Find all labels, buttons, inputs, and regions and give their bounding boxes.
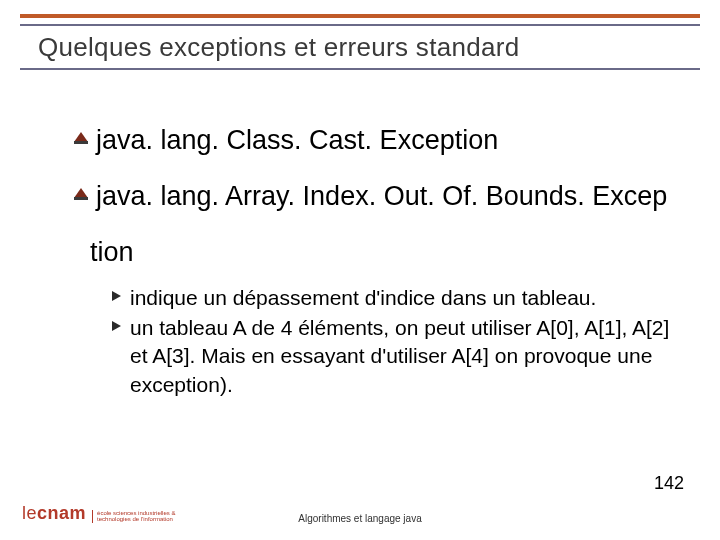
title-band: Quelques exceptions et erreurs standard xyxy=(20,24,700,70)
bullet-icon xyxy=(74,132,88,144)
logo-sub-line1: école sciences industrielles & xyxy=(97,510,175,516)
sub-item-example: un tableau A de 4 éléments, on peut util… xyxy=(130,314,690,399)
sub-item-overflow-text: indique un dépassement d'indice dans un … xyxy=(130,286,596,309)
sub-list: indique un dépassement d'indice dans un … xyxy=(130,284,690,399)
cnam-logo: lecnam école sciences industrielles & te… xyxy=(22,503,175,524)
logo-subtitle: école sciences industrielles & technolog… xyxy=(92,510,175,523)
bullet-arrayindex: java. lang. Array. Index. Out. Of. Bound… xyxy=(96,176,690,218)
content-area: java. lang. Class. Cast. Exception java.… xyxy=(96,120,690,401)
slide-title: Quelques exceptions et erreurs standard xyxy=(20,32,519,63)
logo-cnam: cnam xyxy=(37,503,86,523)
arrow-icon xyxy=(112,321,121,331)
sub-item-example-text: un tableau A de 4 éléments, on peut util… xyxy=(130,316,669,396)
bullet-arrayindex-text-2: tion xyxy=(90,237,134,267)
bullet-arrayindex-text-1: java. lang. Array. Index. Out. Of. Bound… xyxy=(96,181,667,211)
logo-sub-line2: technologies de l'information xyxy=(97,516,173,522)
bullet-classcast-text: java. lang. Class. Cast. Exception xyxy=(96,125,498,155)
bullet-arrayindex-cont: tion xyxy=(90,232,690,274)
bullet-classcast: java. lang. Class. Cast. Exception xyxy=(96,120,690,162)
top-rule xyxy=(20,14,700,18)
sub-item-overflow: indique un dépassement d'indice dans un … xyxy=(130,284,690,312)
logo-le: le xyxy=(22,503,37,523)
bullet-icon xyxy=(74,188,88,200)
logo-word: lecnam xyxy=(22,503,86,524)
arrow-icon xyxy=(112,291,121,301)
page-number: 142 xyxy=(654,473,684,494)
